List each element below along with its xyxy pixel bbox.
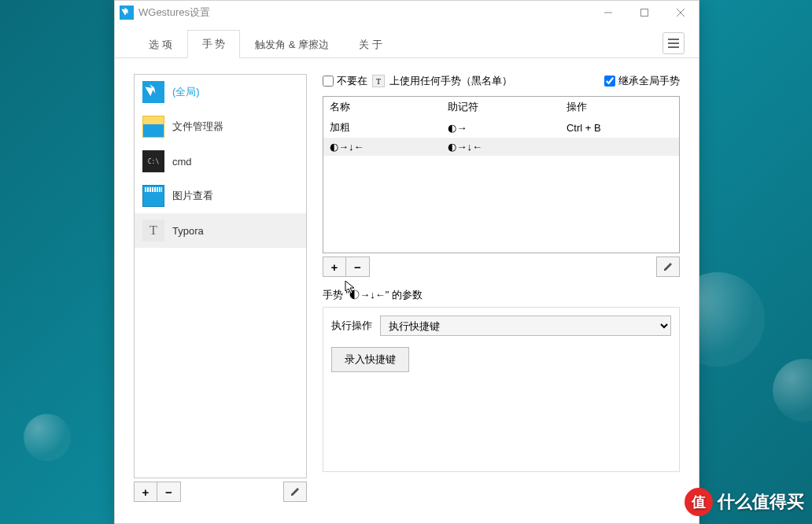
col-mnemonic: 助记符 xyxy=(441,97,559,117)
params-title: 手势 "◐→↓←" 的参数 xyxy=(323,288,680,302)
app-label: 图片查看 xyxy=(172,189,213,203)
minimize-button[interactable] xyxy=(590,1,626,24)
watermark-badge-icon: 值 xyxy=(685,488,713,516)
app-list[interactable]: (全局) 文件管理器 C:\ cmd 图片查看 T Typora xyxy=(134,74,307,478)
typora-badge-icon: T xyxy=(372,75,385,87)
tabs-row: 选 项 手 势 触发角 & 摩擦边 关 于 xyxy=(115,24,699,58)
gesture-table[interactable]: 名称 助记符 操作 加粗 ◐→ Ctrl + B ◐→↓← ◐→↓← xyxy=(323,96,680,253)
tab-options[interactable]: 选 项 xyxy=(134,31,187,58)
terminal-icon: C:\ xyxy=(142,150,164,172)
pencil-icon xyxy=(663,261,674,272)
pencil-icon xyxy=(290,486,301,497)
inherit-checkbox[interactable]: 继承全局手势 xyxy=(604,74,680,88)
edit-app-button[interactable] xyxy=(283,482,307,502)
app-icon xyxy=(120,6,134,20)
settings-window: WGestures设置 选 项 手 势 触发角 & 摩擦边 关 于 (全局) xyxy=(114,0,699,524)
typora-icon: T xyxy=(142,220,164,242)
table-row[interactable]: ◐→↓← ◐→↓← xyxy=(323,138,679,156)
app-item-typora[interactable]: T Typora xyxy=(135,213,306,248)
tab-about[interactable]: 关 于 xyxy=(344,31,397,58)
app-item-global[interactable]: (全局) xyxy=(135,75,306,109)
image-icon xyxy=(142,185,164,207)
remove-gesture-button[interactable]: − xyxy=(346,256,370,277)
tab-gestures[interactable]: 手 势 xyxy=(187,30,241,58)
app-label: Typora xyxy=(172,225,204,237)
col-action: 操作 xyxy=(560,97,679,117)
svg-rect-1 xyxy=(641,9,648,17)
table-row[interactable]: 加粗 ◐→ Ctrl + B xyxy=(323,117,679,138)
menu-button[interactable] xyxy=(663,32,685,54)
app-item-explorer[interactable]: 文件管理器 xyxy=(135,109,306,144)
add-gesture-button[interactable]: + xyxy=(323,256,346,277)
app-item-imageview[interactable]: 图片查看 xyxy=(135,179,306,213)
window-title: WGestures设置 xyxy=(138,6,210,20)
exec-label: 执行操作 xyxy=(331,319,372,333)
app-label: (全局) xyxy=(172,85,200,99)
params-panel: 执行操作 执行快捷键 录入快捷键 xyxy=(323,307,680,472)
app-item-cmd[interactable]: C:\ cmd xyxy=(135,144,306,179)
app-label: cmd xyxy=(172,156,192,168)
titlebar: WGestures设置 xyxy=(115,1,699,24)
app-label: 文件管理器 xyxy=(172,120,223,134)
col-name: 名称 xyxy=(323,97,441,117)
watermark: 值 什么值得买 xyxy=(685,488,804,516)
close-button[interactable] xyxy=(663,1,699,24)
add-app-button[interactable]: + xyxy=(134,482,157,502)
tab-triggers[interactable]: 触发角 & 摩擦边 xyxy=(240,31,344,58)
record-shortcut-button[interactable]: 录入快捷键 xyxy=(331,347,409,372)
exec-action-select[interactable]: 执行快捷键 xyxy=(380,316,671,336)
blacklist-checkbox[interactable]: 不要在 T 上使用任何手势（黑名单） xyxy=(323,74,512,88)
folder-icon xyxy=(142,116,164,138)
maximize-button[interactable] xyxy=(626,1,663,24)
cursor-icon xyxy=(142,81,164,103)
edit-gesture-button[interactable] xyxy=(656,256,680,277)
remove-app-button[interactable]: − xyxy=(157,482,181,502)
